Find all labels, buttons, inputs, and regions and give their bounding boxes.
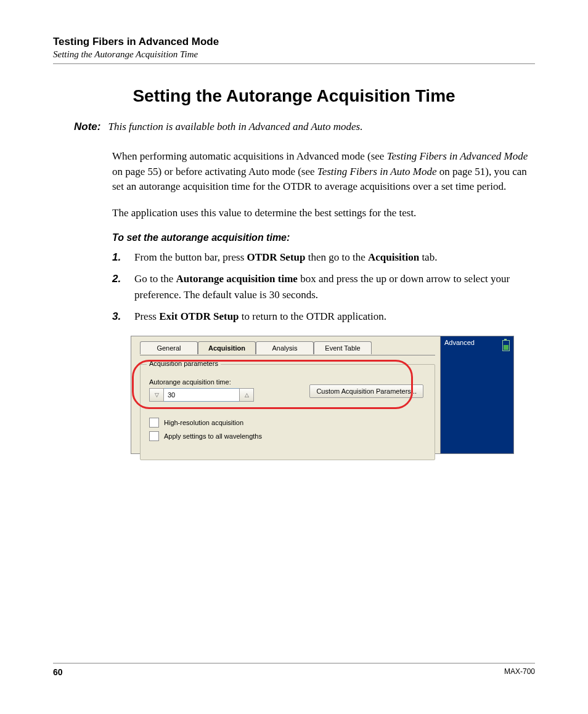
note-row: Note: This function is available both in…	[74, 121, 535, 133]
header-rule	[53, 63, 535, 64]
page-title: Setting the Autorange Acquisition Time	[53, 86, 535, 106]
header-section: Setting the Autorange Acquisition Time	[53, 49, 535, 60]
footer-rule	[53, 663, 535, 663]
s3a: Press	[134, 310, 159, 322]
apply-all-checkbox[interactable]	[149, 431, 159, 441]
tab-general[interactable]: General	[140, 341, 198, 354]
acquisition-parameters-fieldset: Acquisition parameters Autorange acquisi…	[140, 364, 435, 460]
high-res-row: High-resolution acquisition	[149, 418, 428, 428]
s1a: From the button bar, press	[134, 251, 247, 263]
spin-up-button[interactable]: △	[239, 388, 254, 402]
note-text: This function is available both in Advan…	[108, 121, 362, 133]
model-number: MAX-700	[504, 667, 535, 677]
tab-panel-divider	[140, 355, 435, 355]
mode-label: Advanced	[444, 339, 475, 346]
screenshot: General Acquisition Analysis Event Table…	[131, 336, 514, 454]
step-2: Go to the Autorange acquisition time box…	[112, 271, 535, 302]
p1-ref1: Testing Fibers in Advanced Mode	[387, 150, 528, 162]
high-res-checkbox[interactable]	[149, 418, 159, 428]
screenshot-sidebar: Advanced	[441, 336, 513, 453]
s1c: then go to the	[305, 251, 368, 263]
autorange-value[interactable]: 30	[164, 388, 239, 402]
s3c: to return to the OTDR application.	[239, 310, 386, 322]
screenshot-main: General Acquisition Analysis Event Table…	[131, 336, 441, 453]
paragraph-2: The application uses this value to deter…	[112, 206, 535, 221]
fieldset-legend: Acquisition parameters	[147, 360, 221, 367]
s1b: OTDR Setup	[247, 251, 306, 263]
steps-list: From the button bar, press OTDR Setup th…	[112, 249, 535, 325]
custom-acquisition-button[interactable]: Custom Acquisition Parameters...	[309, 384, 423, 398]
p1-ref2: Testing Fibers in Auto Mode	[317, 166, 437, 177]
s3b: Exit OTDR Setup	[159, 310, 239, 322]
procedure-heading: To set the autorange acquisition time:	[112, 232, 535, 243]
page-number: 60	[53, 667, 63, 677]
apply-all-row: Apply settings to all wavelengths	[149, 431, 428, 441]
tab-acquisition[interactable]: Acquisition	[198, 341, 256, 354]
footer: 60 MAX-700	[53, 663, 535, 677]
autorange-spinbox[interactable]: ▽ 30 △	[149, 388, 254, 402]
tab-analysis[interactable]: Analysis	[256, 341, 314, 354]
p1-b: on page 55) or before activating Auto mo…	[112, 166, 317, 177]
p1-a: When performing automatic acquisitions i…	[112, 150, 387, 162]
header-chapter: Testing Fibers in Advanced Mode	[53, 36, 535, 48]
tab-row: General Acquisition Analysis Event Table	[140, 341, 435, 354]
step-3: Press Exit OTDR Setup to return to the O…	[112, 309, 535, 325]
s1e: tab.	[419, 251, 437, 263]
step-1: From the button bar, press OTDR Setup th…	[112, 249, 535, 266]
note-label: Note:	[74, 121, 100, 133]
triangle-up-icon: △	[245, 392, 249, 398]
s2b: Autorange acquisition time	[176, 273, 298, 285]
spin-down-button[interactable]: ▽	[149, 388, 164, 402]
s2a: Go to the	[134, 273, 176, 285]
tab-event-table[interactable]: Event Table	[314, 341, 372, 354]
battery-icon	[502, 340, 510, 351]
high-res-label: High-resolution acquisition	[164, 419, 243, 426]
triangle-down-icon: ▽	[155, 392, 159, 398]
s1d: Acquisition	[368, 251, 419, 263]
apply-all-label: Apply settings to all wavelengths	[164, 432, 262, 440]
paragraph-1: When performing automatic acquisitions i…	[112, 149, 535, 195]
